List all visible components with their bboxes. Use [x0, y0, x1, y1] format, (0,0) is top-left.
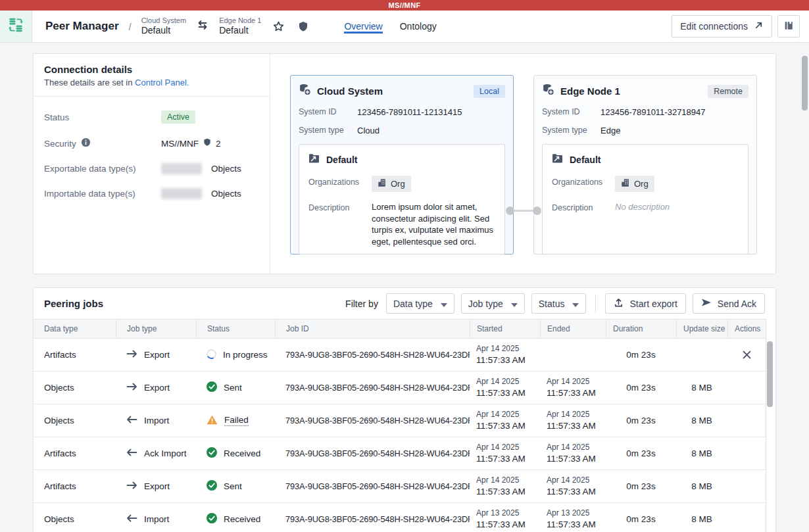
check-circle-icon — [207, 480, 217, 493]
connector-dot — [533, 206, 541, 215]
local-branch-card: Default Organizations — [299, 144, 505, 254]
job-started: Apr 14 202511:57:33 AM — [470, 437, 540, 470]
filter-data-type[interactable]: Data type — [386, 293, 454, 314]
star-icon[interactable] — [271, 19, 286, 34]
table-row: Artifacts Ack Import Received 793A-9UG8-… — [34, 437, 766, 470]
swap-horizontal-icon — [196, 20, 209, 33]
filter-label: Data type — [393, 299, 433, 309]
start-export-button[interactable]: Start export — [605, 293, 685, 314]
breadcrumb-local-system[interactable]: Cloud System Default — [141, 16, 186, 36]
breadcrumb-remote-system[interactable]: Edge Node 1 Default — [219, 16, 261, 36]
send-ack-button[interactable]: Send Ack — [693, 293, 765, 314]
col-status: Status — [196, 320, 275, 338]
branch-name: Default — [570, 155, 601, 165]
external-link-icon — [754, 20, 764, 32]
close-icon[interactable] — [727, 339, 766, 371]
job-duration: 0m 23s — [606, 503, 676, 532]
filter-label: Job type — [468, 299, 503, 309]
remote-badge: Remote — [708, 85, 748, 98]
filter-status[interactable]: Status — [531, 293, 587, 314]
table-row: Objects Import Received 793A-9UG8-3BF05-… — [34, 503, 766, 532]
filter-job-type[interactable]: Job type — [461, 293, 525, 314]
col-job-id: Job ID — [275, 320, 470, 338]
col-job-type: Job type — [116, 320, 196, 338]
status-row: Status Active — [44, 110, 259, 124]
security-value: MS//MNF — [161, 139, 199, 149]
shield-icon[interactable] — [296, 19, 310, 34]
job-action — [727, 470, 766, 502]
job-action — [727, 503, 766, 532]
system-id-value: 123456-7891011-32718947 — [601, 107, 706, 117]
job-type: Export — [144, 350, 170, 360]
tab-ontology[interactable]: Ontology — [400, 19, 437, 34]
description-label: Description — [552, 201, 610, 212]
system-type-label: System type — [299, 126, 350, 135]
job-data-type: Artifacts — [34, 437, 116, 470]
organization-icon — [378, 178, 387, 189]
redacted-badge — [161, 163, 202, 174]
table-scrollbar-thumb[interactable] — [767, 341, 773, 407]
info-icon[interactable] — [81, 137, 91, 149]
job-id: 793A-9UG8-3BF05-2690-548H-SH28-WU64-23DF — [275, 470, 470, 502]
page-scrollbar-thumb[interactable] — [802, 56, 808, 110]
started-date: Apr 14 2025 — [476, 377, 519, 387]
remote-system-branch: Default — [219, 25, 261, 36]
col-duration: Duration — [606, 320, 676, 338]
importable-label: Importable data type(s) — [44, 189, 161, 199]
ended-date: Apr 14 2025 — [547, 475, 589, 486]
remote-branch-card: Default Organizations — [542, 144, 748, 254]
importable-row: Importable data type(s) Objects — [44, 188, 259, 199]
job-ended: Apr 13 202511:57:33 AM — [540, 503, 606, 532]
job-data-type: Objects — [34, 404, 116, 437]
job-data-type: Artifacts — [34, 470, 116, 502]
branch-folder-icon — [552, 153, 564, 166]
control-panel-link[interactable]: Control Panel. — [135, 78, 189, 87]
system-id-value: 123456-7891011-12131415 — [357, 107, 462, 117]
arrow-right-icon — [126, 383, 137, 393]
local-card-title: Cloud System — [317, 85, 383, 97]
reference-book-button[interactable] — [777, 15, 800, 37]
security-label: Security — [44, 139, 76, 149]
importable-value: Objects — [211, 189, 241, 199]
connection-link — [506, 206, 541, 215]
job-status-label[interactable]: Failed — [224, 415, 249, 426]
job-id: 793A-9UG8-3BF05-2690-548H-SH28-WU64-23DF — [275, 404, 470, 437]
app-header: Peer Manager / Cloud System Default Edge… — [0, 11, 809, 43]
filter-label: Status — [539, 299, 565, 309]
job-started: Apr 14 202511:57:33 AM — [470, 372, 540, 404]
job-ended: Apr 14 202511:57:33 AM — [540, 372, 606, 404]
database-system-icon — [299, 84, 311, 99]
job-status-label: Received — [224, 514, 260, 524]
started-time: 11:57:33 AM — [476, 354, 526, 366]
job-action — [727, 372, 766, 404]
job-data-type: Objects — [34, 503, 116, 532]
security-row: Security MS//MNF 2 — [44, 137, 259, 149]
local-system-card[interactable]: Cloud System Local System ID 123456-7891… — [290, 75, 514, 254]
job-update-size — [676, 339, 727, 371]
job-type: Import — [144, 416, 169, 425]
send-icon — [701, 298, 712, 309]
ended-time: 11:57:33 AM — [547, 420, 596, 432]
exportable-value: Objects — [211, 164, 241, 174]
connection-panel: Connection details These details are set… — [33, 53, 776, 274]
job-type: Export — [144, 383, 170, 393]
status-badge: Active — [161, 110, 195, 124]
ended-time: 11:57:33 AM — [547, 387, 596, 399]
job-status-label: In progress — [223, 350, 268, 360]
tab-overview[interactable]: Overview — [344, 19, 382, 34]
database-system-icon — [542, 84, 554, 99]
branch-folder-icon — [308, 153, 320, 166]
started-time: 11:57:33 AM — [476, 453, 526, 465]
spinner-icon — [207, 349, 216, 361]
job-duration: 0m 23s — [606, 339, 676, 371]
branch-description-placeholder: No description — [615, 201, 670, 213]
edit-connections-button[interactable]: Edit connections — [672, 15, 772, 37]
job-update-size: 8 MB — [676, 503, 727, 532]
job-action — [727, 437, 766, 470]
chevron-down-icon — [511, 299, 518, 309]
job-id: 793A-9UG8-3BF05-2690-548H-SH28-WU64-23DF — [275, 437, 470, 470]
job-type: Ack Import — [144, 448, 187, 458]
job-status-label: Received — [224, 448, 260, 458]
job-id: 793A-9UG8-3BF05-2690-548H-SH28-WU64-23DF — [275, 339, 470, 371]
remote-system-card[interactable]: Edge Node 1 Remote System ID 123456-7891… — [533, 75, 757, 254]
